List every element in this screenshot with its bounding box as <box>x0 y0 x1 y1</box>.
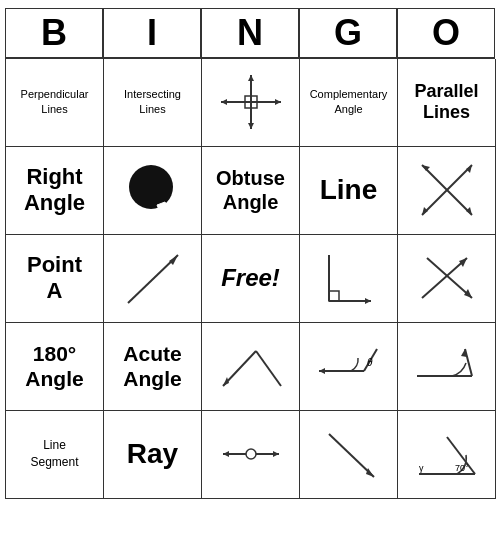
cell-r4c0[interactable]: LineSegment <box>6 411 104 499</box>
right-angle-icon <box>309 243 389 313</box>
crossing-lines-icon <box>407 155 487 225</box>
svg-marker-27 <box>223 377 229 386</box>
cell-r4c4[interactable]: 70° γ <box>398 411 496 499</box>
diagonal-line-icon <box>113 243 193 313</box>
svg-marker-14 <box>466 207 472 215</box>
svg-marker-2 <box>221 99 227 105</box>
cell-r4c2[interactable] <box>202 411 300 499</box>
header-o: O <box>397 8 495 58</box>
cell-r0c1[interactable]: IntersectingLines <box>104 59 202 147</box>
cell-r2c0[interactable]: PointA <box>6 235 104 323</box>
svg-line-33 <box>465 349 472 376</box>
circle-icon <box>113 155 193 225</box>
svg-marker-13 <box>422 165 430 171</box>
svg-marker-37 <box>223 451 229 457</box>
svg-marker-1 <box>275 99 281 105</box>
cell-r2c4[interactable] <box>398 235 496 323</box>
cell-r0c0[interactable]: PerpendicularLines <box>6 59 104 147</box>
cell-r3c0[interactable]: 180°Angle <box>6 323 104 411</box>
svg-marker-12 <box>422 207 428 215</box>
cell-r0c2[interactable] <box>202 59 300 147</box>
intersecting-lines-icon <box>211 67 291 137</box>
cell-r3c1[interactable]: AcuteAngle <box>104 323 202 411</box>
cell-r4c1[interactable]: Ray <box>104 411 202 499</box>
cell-r2c1[interactable] <box>104 235 202 323</box>
svg-line-26 <box>256 351 281 386</box>
cell-r2c3[interactable] <box>300 235 398 323</box>
cell-r0c3[interactable]: ComplementaryAngle <box>300 59 398 147</box>
svg-text:θ: θ <box>367 357 373 368</box>
cell-r0c4[interactable]: ParallelLines <box>398 59 496 147</box>
svg-point-38 <box>246 449 256 459</box>
svg-marker-22 <box>459 258 467 267</box>
svg-rect-20 <box>329 291 339 301</box>
cell-r1c0[interactable]: RightAngle <box>6 147 104 235</box>
cell-r1c4[interactable] <box>398 147 496 235</box>
bingo-header: B I N G O <box>5 8 495 58</box>
header-n: N <box>201 8 299 58</box>
header-g: G <box>299 8 397 58</box>
angle-labels-icon: 70° γ <box>407 419 487 489</box>
svg-marker-11 <box>466 165 472 173</box>
bingo-grid: PerpendicularLines IntersectingLines Com… <box>5 58 495 499</box>
svg-marker-29 <box>319 368 325 374</box>
cell-r3c4[interactable] <box>398 323 496 411</box>
svg-marker-36 <box>273 451 279 457</box>
svg-marker-4 <box>248 75 254 81</box>
ray-arrows-icon <box>211 419 291 489</box>
svg-line-21 <box>422 258 467 298</box>
svg-marker-19 <box>365 298 371 304</box>
cell-r2c2[interactable]: Free! <box>202 235 300 323</box>
cell-r1c3[interactable]: Line <box>300 147 398 235</box>
cell-r3c2[interactable] <box>202 323 300 411</box>
header-b: B <box>5 8 103 58</box>
header-i: I <box>103 8 201 58</box>
angle-measure-icon: θ <box>309 331 389 401</box>
svg-text:70°: 70° <box>455 463 469 473</box>
bingo-card: B I N G O PerpendicularLines Intersectin… <box>5 8 495 499</box>
obtuse-angle-icon <box>407 331 487 401</box>
diagonal2-icon <box>309 419 389 489</box>
svg-line-23 <box>427 258 472 298</box>
svg-marker-24 <box>464 289 472 298</box>
svg-text:γ: γ <box>419 463 424 473</box>
acute-angle-icon <box>211 331 291 401</box>
cell-r1c1[interactable] <box>104 147 202 235</box>
svg-marker-5 <box>248 123 254 129</box>
svg-point-7 <box>129 165 173 209</box>
cell-r3c3[interactable]: θ <box>300 323 398 411</box>
svg-marker-8 <box>157 202 170 217</box>
cell-r1c2[interactable]: ObtuseAngle <box>202 147 300 235</box>
arrows-diag-icon <box>407 243 487 313</box>
cell-r4c3[interactable] <box>300 411 398 499</box>
